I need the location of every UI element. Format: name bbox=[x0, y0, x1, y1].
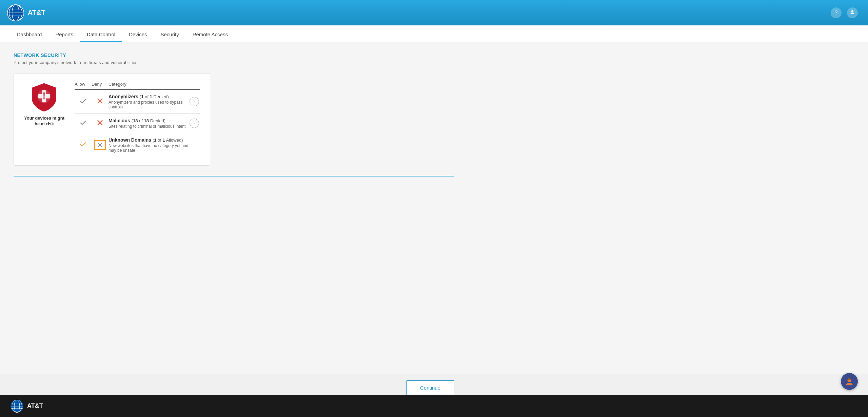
allow-check-icon[interactable] bbox=[75, 119, 92, 128]
category-desc: Sites relating to criminal or malicious … bbox=[108, 124, 190, 129]
risk-label: Your devices might be at risk bbox=[24, 116, 64, 127]
footer-brand-name: AT&T bbox=[27, 402, 43, 410]
table-row: Anonymizers (1 of 1 Denied) Anonymizers … bbox=[75, 90, 200, 114]
divider-line bbox=[14, 176, 454, 176]
table-header: Allow Deny Category bbox=[75, 82, 200, 90]
category-name: Unknown Domains (1 of 1 Allowed) bbox=[108, 137, 190, 143]
chat-bubble-button[interactable] bbox=[841, 373, 858, 390]
page-subtitle: Protect your company's network from thre… bbox=[14, 60, 854, 65]
nav-item-remote-access[interactable]: Remote Access bbox=[186, 27, 235, 42]
allow-check-icon[interactable] bbox=[75, 97, 92, 106]
deny-x-icon[interactable] bbox=[92, 97, 108, 106]
user-icon bbox=[849, 9, 855, 17]
category-name: Anonymizers (1 of 1 Denied) bbox=[108, 94, 190, 99]
category-table: Allow Deny Category Anonymizers (1 of 1 … bbox=[75, 82, 200, 157]
deny-x-highlighted[interactable] bbox=[92, 140, 108, 150]
nav-item-dashboard[interactable]: Dashboard bbox=[10, 27, 48, 42]
allow-check-active-icon[interactable] bbox=[75, 141, 92, 150]
col-category-header: Category bbox=[108, 82, 190, 87]
col-deny-header: Deny bbox=[92, 82, 108, 87]
risk-shield-icon: ! bbox=[29, 82, 59, 112]
deny-x-icon[interactable] bbox=[92, 119, 108, 128]
row-chevron[interactable] bbox=[190, 119, 200, 128]
category-info: Anonymizers (1 of 1 Denied) Anonymizers … bbox=[108, 94, 190, 109]
continue-area: Continue bbox=[0, 374, 468, 395]
help-icon: ? bbox=[835, 10, 838, 16]
chat-avatar-icon bbox=[845, 377, 854, 386]
category-info: Unknown Domains (1 of 1 Allowed) New web… bbox=[108, 137, 190, 153]
nav-item-security[interactable]: Security bbox=[154, 27, 186, 42]
header-icons: ? bbox=[831, 7, 858, 18]
category-info: Malicious (18 of 18 Denied) Sites relati… bbox=[108, 118, 190, 129]
svg-text:!: ! bbox=[43, 91, 45, 100]
footer-att-logo-icon bbox=[10, 399, 24, 413]
row-chevron[interactable] bbox=[190, 97, 200, 106]
continue-button[interactable]: Continue bbox=[406, 380, 454, 395]
security-card: ! Your devices might be at risk Allow De… bbox=[14, 73, 210, 166]
category-desc: Anonymizers and proxies used to bypass c… bbox=[108, 100, 190, 109]
nav-item-reports[interactable]: Reports bbox=[48, 27, 80, 42]
help-button[interactable]: ? bbox=[831, 7, 842, 18]
nav-item-devices[interactable]: Devices bbox=[122, 27, 154, 42]
logo-area: AT&T bbox=[7, 4, 61, 22]
footer-logo: AT&T bbox=[10, 399, 43, 413]
nav-item-data-control[interactable]: Data Control bbox=[80, 27, 122, 42]
nav-bar: Dashboard Reports Data Control Devices S… bbox=[0, 25, 868, 42]
page-title: NETWORK SECURITY bbox=[14, 53, 854, 58]
col-allow-header: Allow bbox=[75, 82, 92, 87]
brand-name: AT&T bbox=[28, 9, 45, 17]
table-row: Unknown Domains (1 of 1 Allowed) New web… bbox=[75, 133, 200, 157]
footer: AT&T bbox=[0, 395, 868, 417]
att-logo-icon bbox=[7, 4, 24, 22]
table-row: Malicious (18 of 18 Denied) Sites relati… bbox=[75, 114, 200, 133]
svg-point-6 bbox=[851, 10, 853, 12]
main-content: NETWORK SECURITY Protect your company's … bbox=[0, 42, 868, 374]
risk-icon-area: ! Your devices might be at risk bbox=[24, 82, 64, 127]
user-button[interactable] bbox=[847, 7, 858, 18]
category-desc: New websites that have no category yet a… bbox=[108, 143, 190, 153]
category-name: Malicious (18 of 18 Denied) bbox=[108, 118, 190, 123]
divider-row bbox=[14, 176, 854, 176]
header: AT&T ? bbox=[0, 0, 868, 25]
